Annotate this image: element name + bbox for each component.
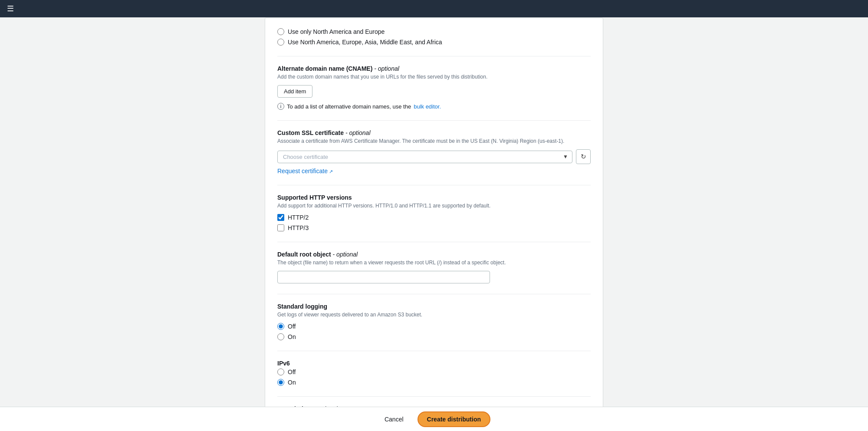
cancel-button[interactable]: Cancel: [378, 412, 411, 426]
ipv6-on-option[interactable]: On: [277, 379, 591, 386]
certificate-select-wrapper: Choose certificate ▼: [277, 151, 572, 163]
custom-ssl-title: Custom SSL certificate - optional: [277, 129, 591, 136]
standard-logging-title: Standard logging: [277, 303, 591, 310]
ipv6-off-label: Off: [288, 368, 296, 375]
divider-7: [277, 396, 591, 397]
logging-off-option[interactable]: Off: [277, 323, 591, 330]
default-root-desc: The object (file name) to return when a …: [277, 260, 591, 266]
divider-3: [277, 185, 591, 185]
divider-1: [277, 56, 591, 56]
divider-6: [277, 351, 591, 351]
supported-http-desc: Add support for additional HTTP versions…: [277, 203, 591, 209]
hamburger-menu-icon[interactable]: ☰: [7, 4, 14, 13]
ipv6-off-option[interactable]: Off: [277, 368, 591, 375]
bulk-editor-link[interactable]: bulk editor.: [414, 103, 441, 110]
info-icon: i: [277, 103, 284, 110]
ipv6-title: IPv6: [277, 360, 591, 367]
bulk-editor-info-text: To add a list of alternative domain name…: [287, 103, 411, 110]
geo-radio-na-europe-asia[interactable]: [277, 39, 284, 46]
ipv6-off-radio[interactable]: [277, 368, 284, 375]
ssl-select-row: Choose certificate ▼ ↻: [277, 149, 591, 164]
http3-checkbox[interactable]: [277, 224, 284, 231]
logging-on-radio[interactable]: [277, 333, 284, 340]
create-distribution-button[interactable]: Create distribution: [418, 411, 490, 427]
ipv6-on-radio[interactable]: [277, 379, 284, 386]
request-certificate-link[interactable]: Request certificate: [277, 168, 333, 174]
ipv6-radio-group: Off On: [277, 368, 591, 386]
footer-bar: Cancel Create distribution: [0, 407, 868, 431]
geo-option-na-europe-asia-label: Use North America, Europe, Asia, Middle …: [288, 39, 442, 46]
divider-2: [277, 120, 591, 121]
alternate-domain-desc: Add the custom domain names that you use…: [277, 74, 591, 80]
divider-5: [277, 294, 591, 294]
standard-logging-desc: Get logs of viewer requests delivered to…: [277, 312, 591, 318]
logging-on-option[interactable]: On: [277, 333, 591, 340]
top-navigation-bar: ☰: [0, 0, 868, 17]
alternate-domain-title: Alternate domain name (CNAME) - optional: [277, 65, 591, 72]
divider-4: [277, 242, 591, 242]
supported-http-section: Supported HTTP versions Add support for …: [277, 194, 591, 231]
geo-option-na-europe[interactable]: Use only North America and Europe: [277, 28, 591, 35]
logging-on-label: On: [288, 333, 296, 340]
geo-option-na-europe-asia[interactable]: Use North America, Europe, Asia, Middle …: [277, 39, 591, 46]
default-root-input[interactable]: [277, 271, 490, 283]
refresh-button[interactable]: ↻: [576, 149, 591, 164]
http2-label: HTTP/2: [288, 214, 309, 221]
geo-restriction-group: Use only North America and Europe Use No…: [277, 28, 591, 46]
add-item-button[interactable]: Add item: [277, 85, 312, 98]
logging-off-label: Off: [288, 323, 296, 330]
standard-logging-section: Standard logging Get logs of viewer requ…: [277, 303, 591, 340]
geo-radio-na-europe[interactable]: [277, 28, 284, 35]
geo-option-na-europe-label: Use only North America and Europe: [288, 28, 385, 35]
ipv6-on-label: On: [288, 379, 296, 386]
default-root-title: Default root object - optional: [277, 251, 591, 258]
http2-option[interactable]: HTTP/2: [277, 214, 591, 221]
form-container: Use only North America and Europe Use No…: [265, 17, 603, 431]
http3-option[interactable]: HTTP/3: [277, 224, 591, 231]
logging-radio-group: Off On: [277, 323, 591, 340]
main-content: Use only North America and Europe Use No…: [0, 0, 868, 431]
http2-checkbox[interactable]: [277, 214, 284, 221]
http-versions-group: HTTP/2 HTTP/3: [277, 214, 591, 231]
alternate-domain-section: Alternate domain name (CNAME) - optional…: [277, 65, 591, 110]
custom-ssl-desc: Associate a certificate from AWS Certifi…: [277, 138, 591, 144]
ipv6-section: IPv6 Off On: [277, 360, 591, 386]
default-root-section: Default root object - optional The objec…: [277, 251, 591, 283]
logging-off-radio[interactable]: [277, 323, 284, 330]
http3-label: HTTP/3: [288, 224, 309, 231]
bulk-editor-info: i To add a list of alternative domain na…: [277, 103, 591, 110]
certificate-select[interactable]: Choose certificate: [277, 151, 572, 163]
custom-ssl-section: Custom SSL certificate - optional Associ…: [277, 129, 591, 174]
supported-http-title: Supported HTTP versions: [277, 194, 591, 201]
